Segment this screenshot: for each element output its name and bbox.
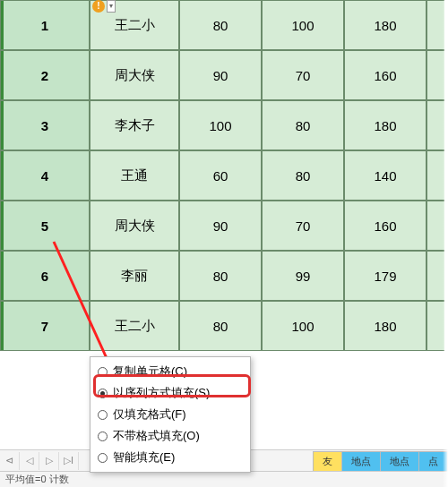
name-cell[interactable]: 王二小 <box>90 301 179 351</box>
value-cell-partial[interactable] <box>426 100 444 150</box>
row-index-cell[interactable]: 6 <box>0 251 90 301</box>
value-cell[interactable]: 90 <box>179 201 262 251</box>
option-label: 复制单元格(C) <box>113 363 187 380</box>
smart-tag[interactable]: ! ▾ <box>92 0 116 13</box>
row-index-cell[interactable]: 2 <box>0 50 90 100</box>
value-cell-partial[interactable] <box>426 251 444 301</box>
nav-next-button[interactable]: ▷ <box>39 452 59 470</box>
radio-icon <box>98 453 108 463</box>
value-cell[interactable]: 160 <box>344 201 426 251</box>
name-cell[interactable]: 周大侠 <box>90 201 179 251</box>
nav-last-button[interactable]: ▷I <box>59 452 79 470</box>
sheet-tab[interactable]: 地点 <box>341 451 381 471</box>
row-index-cell[interactable]: 1 <box>0 0 90 50</box>
value-cell-partial[interactable] <box>426 201 444 251</box>
row-index-cell[interactable]: 3 <box>0 100 90 150</box>
value-cell[interactable]: 80 <box>179 251 262 301</box>
option-label: 不带格式填充(O) <box>113 428 200 444</box>
option-label: 以序列方式填充(S) <box>113 385 210 401</box>
value-cell[interactable]: 100 <box>179 100 262 150</box>
table-row: 5 周大侠 90 70 160 <box>0 201 444 251</box>
name-cell[interactable]: 周大侠 <box>90 50 179 100</box>
sheet-tab[interactable]: 友 <box>313 451 342 471</box>
value-cell[interactable]: 80 <box>262 150 344 201</box>
value-cell[interactable]: 180 <box>344 0 426 50</box>
radio-icon <box>98 389 108 398</box>
autofill-option-smart[interactable]: 智能填充(E) <box>90 447 250 468</box>
status-bar: 平均值=0 计数 <box>0 471 448 487</box>
value-cell[interactable]: 60 <box>179 150 262 201</box>
value-cell[interactable]: 100 <box>262 0 344 50</box>
value-cell[interactable]: 70 <box>262 201 344 251</box>
row-index-cell[interactable]: 7 <box>0 301 90 351</box>
row-index-cell[interactable]: 4 <box>0 150 90 201</box>
row-index-cell[interactable]: 5 <box>0 201 90 251</box>
autofill-option-series[interactable]: 以序列方式填充(S) <box>90 382 250 404</box>
value-cell[interactable]: 180 <box>344 100 426 150</box>
value-cell[interactable]: 180 <box>344 301 426 351</box>
option-label: 智能填充(E) <box>113 449 175 466</box>
value-cell[interactable]: 100 <box>262 301 344 351</box>
value-cell-partial[interactable] <box>426 50 444 100</box>
sheet-tabs: 友 地点 地点 点 <box>314 450 448 471</box>
radio-icon <box>98 431 108 441</box>
autofill-option-copy[interactable]: 复制单元格(C) <box>90 361 250 382</box>
value-cell-partial[interactable] <box>426 0 444 50</box>
value-cell[interactable]: 179 <box>344 251 426 301</box>
name-cell[interactable]: 王通 <box>90 150 179 201</box>
chevron-down-icon[interactable]: ▾ <box>107 0 116 13</box>
table-row: 7 王二小 80 100 180 <box>0 301 444 351</box>
autofill-options-menu: 复制单元格(C) 以序列方式填充(S) 仅填充格式(F) 不带格式填充(O) 智… <box>90 356 251 473</box>
radio-icon <box>98 367 108 377</box>
nav-prev-button[interactable]: ◁ <box>20 452 39 470</box>
spreadsheet-grid[interactable]: 1 王二小 80 100 180 2 周大侠 90 70 160 3 李木子 1… <box>0 0 444 351</box>
radio-icon <box>98 410 108 420</box>
sheet-tab[interactable]: 地点 <box>380 451 419 471</box>
name-cell[interactable]: 李丽 <box>90 251 179 301</box>
name-cell[interactable]: 李木子 <box>90 100 179 150</box>
warning-icon: ! <box>92 0 105 13</box>
table-row: 1 王二小 80 100 180 <box>0 0 444 50</box>
value-cell[interactable]: 140 <box>344 150 426 201</box>
table-row: 2 周大侠 90 70 160 <box>0 50 444 100</box>
value-cell[interactable]: 80 <box>262 100 344 150</box>
autofill-option-noformat[interactable]: 不带格式填充(O) <box>90 425 250 447</box>
value-cell[interactable]: 160 <box>344 50 426 100</box>
value-cell[interactable]: 99 <box>262 251 344 301</box>
option-label: 仅填充格式(F) <box>113 406 186 423</box>
value-cell[interactable]: 80 <box>179 0 262 50</box>
table-row: 4 王通 60 80 140 <box>0 150 444 201</box>
value-cell[interactable]: 80 <box>179 301 262 351</box>
status-text: 平均值=0 计数 <box>5 473 69 486</box>
table-row: 3 李木子 100 80 180 <box>0 100 444 150</box>
value-cell[interactable]: 90 <box>179 50 262 100</box>
autofill-option-format[interactable]: 仅填充格式(F) <box>90 404 250 425</box>
value-cell-partial[interactable] <box>426 301 444 351</box>
fade-overlay <box>443 0 448 487</box>
value-cell-partial[interactable] <box>426 150 444 201</box>
nav-first-button[interactable]: ⊲ <box>0 452 20 470</box>
table-row: 6 李丽 80 99 179 <box>0 251 444 301</box>
value-cell[interactable]: 70 <box>262 50 344 100</box>
